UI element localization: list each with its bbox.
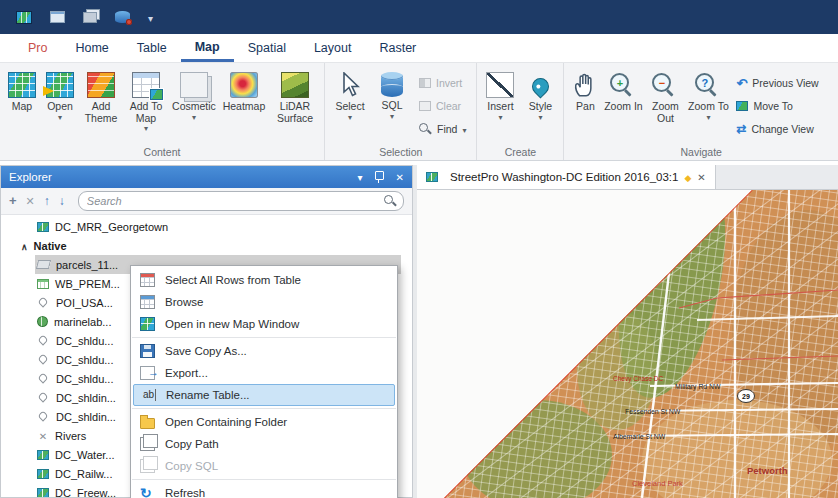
tab-map[interactable]: Map (181, 34, 234, 62)
zoom-to-icon (694, 72, 722, 98)
ribbon-tab-bar: Pro Home Table Map Spatial Layout Raster (0, 34, 838, 62)
map-table-icon (37, 450, 49, 460)
map-label-cleveland-park: Cleveland Park (632, 479, 683, 488)
menu-item-select-all-rows[interactable]: Select All Rows from Table (131, 269, 397, 291)
remove-table-button[interactable] (26, 195, 35, 207)
menu-separator (132, 479, 396, 480)
quick-access-map-icon[interactable] (16, 11, 32, 24)
menu-item-refresh[interactable]: Refresh (131, 482, 397, 498)
tab-close-icon[interactable] (697, 171, 705, 183)
add-to-map-button[interactable]: Add To Map (123, 67, 169, 149)
map-label-petworth: Petworth (747, 465, 788, 476)
style-button[interactable]: Style (520, 67, 560, 149)
invert-selection-button[interactable]: Invert (412, 72, 473, 94)
quick-access-table-icon[interactable] (50, 11, 65, 23)
collapse-chevron-icon[interactable] (21, 240, 28, 252)
table-grid-icon (37, 279, 49, 289)
insert-button[interactable]: Insert (480, 67, 520, 149)
menu-item-open-in-new-map-window[interactable]: Open in new Map Window (131, 313, 397, 335)
add-theme-icon (87, 72, 115, 98)
chevron-down-icon (706, 113, 710, 121)
map-tab-title: StreetPro Washington-DC Edition 2016_03:… (450, 171, 678, 183)
menu-item-copy-sql[interactable]: Copy SQL (131, 455, 397, 477)
tab-layout[interactable]: Layout (300, 34, 366, 62)
previous-view-icon (736, 76, 747, 91)
move-down-button[interactable] (59, 195, 65, 207)
panel-menu-chevron-icon[interactable] (358, 172, 363, 183)
tab-spatial[interactable]: Spatial (234, 34, 300, 62)
move-up-button[interactable] (44, 195, 50, 207)
database-icon (381, 73, 403, 97)
change-view-button[interactable]: Change View (729, 118, 825, 140)
clear-selection-button[interactable]: Clear (412, 95, 473, 117)
browse-table-icon (140, 295, 155, 309)
zoom-to-button[interactable]: Zoom To (687, 67, 729, 149)
zoom-in-button[interactable]: Zoom In (603, 67, 643, 149)
open-table-icon (46, 72, 74, 98)
hand-icon (571, 72, 599, 98)
add-theme-button[interactable]: Add Theme (79, 67, 123, 149)
cosmetic-button[interactable]: Cosmetic (169, 67, 219, 149)
zoom-out-button[interactable]: Zoom Out (643, 67, 687, 149)
quick-access-chevron-down-icon[interactable] (148, 8, 153, 26)
open-button[interactable]: Open (41, 67, 79, 149)
table-context-menu: Select All Rows from Table Browse Open i… (130, 265, 398, 498)
chevron-down-icon (144, 124, 148, 132)
explorer-toolbar (1, 188, 412, 215)
previous-view-button[interactable]: Previous View (729, 72, 825, 94)
close-panel-icon[interactable] (396, 172, 404, 183)
parcel-layer-icon (36, 260, 51, 269)
map-label-military-rd: Military Rd NW (675, 383, 721, 391)
menu-item-browse[interactable]: Browse (131, 291, 397, 313)
tree-item-dc-mrr-georgetown[interactable]: DC_MRR_Georgetown (1, 217, 412, 236)
move-to-button[interactable]: Move To (729, 95, 825, 117)
group-label-content: Content (0, 146, 324, 158)
tab-table[interactable]: Table (123, 34, 181, 62)
menu-item-rename-table[interactable]: Rename Table... (133, 384, 395, 406)
find-button[interactable]: Find (412, 118, 473, 140)
heatmap-button[interactable]: Heatmap (219, 67, 269, 149)
add-table-button[interactable] (9, 195, 17, 207)
chevron-down-icon (462, 123, 466, 135)
map-label-route-29: 29 (742, 393, 750, 400)
copy-icon (140, 437, 155, 451)
search-box (78, 191, 404, 211)
select-button[interactable]: Select (328, 67, 372, 149)
map-window: StreetPro Washington-DC Edition 2016_03:… (417, 165, 838, 498)
menu-item-open-containing-folder[interactable]: Open Containing Folder (131, 411, 397, 433)
search-icon (384, 195, 397, 208)
quick-access-catalog-icon[interactable] (115, 11, 130, 23)
tab-raster[interactable]: Raster (365, 34, 430, 62)
map-canvas[interactable]: Chevy Chase DC Military Rd NW 29 Fessend… (417, 190, 838, 498)
map-document-tab[interactable]: StreetPro Washington-DC Edition 2016_03:… (417, 165, 716, 189)
heatmap-icon (230, 72, 258, 98)
tree-group-native[interactable]: Native (1, 236, 412, 255)
document-tab-bar: StreetPro Washington-DC Edition 2016_03:… (417, 165, 838, 190)
quick-access-layers-icon[interactable] (83, 12, 97, 23)
chevron-down-icon (348, 113, 352, 121)
map-button[interactable]: Map (3, 67, 41, 149)
menu-item-copy-path[interactable]: Copy Path (131, 433, 397, 455)
ribbon-group-selection: Select SQL Invert Clear Find (325, 63, 477, 160)
pan-button[interactable]: Pan (567, 67, 603, 149)
tab-pro[interactable]: Pro (14, 34, 61, 62)
sql-button[interactable]: SQL (372, 67, 412, 149)
ribbon-group-navigate: Pan Zoom In Zoom Out Zoom To Previous Vi… (564, 63, 838, 160)
search-input[interactable] (85, 194, 384, 208)
pin-panel-icon[interactable] (375, 171, 384, 183)
menu-item-export[interactable]: Export... (131, 362, 397, 384)
line-layer-icon (37, 430, 49, 442)
insert-line-icon (486, 72, 514, 98)
menu-item-save-copy-as[interactable]: Save Copy As... (131, 340, 397, 362)
tab-home[interactable]: Home (61, 34, 122, 62)
map-table-icon (37, 488, 49, 498)
group-label-navigate: Navigate (564, 146, 838, 158)
map-label-fessenden: Fessenden St NW (625, 408, 681, 415)
refresh-icon (140, 486, 155, 498)
zoom-out-icon (651, 72, 679, 98)
lidar-surface-button[interactable]: LiDAR Surface (269, 67, 321, 149)
map-render: Chevy Chase DC Military Rd NW 29 Fessend… (417, 190, 838, 498)
point-layer-pin-icon (37, 353, 48, 364)
chevron-down-icon (538, 113, 542, 121)
invert-selection-icon (419, 78, 431, 88)
